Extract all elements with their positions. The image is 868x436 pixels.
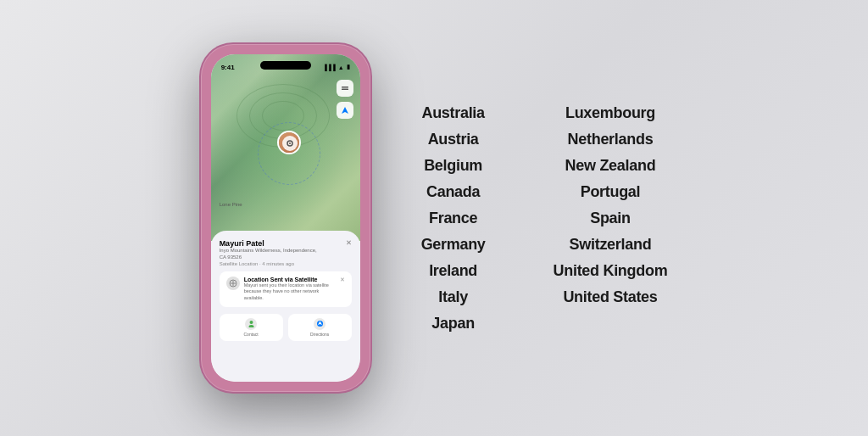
- bottom-actions: Contact Directions: [220, 314, 352, 341]
- list-item: United States: [554, 286, 668, 309]
- list-item: Canada: [421, 181, 486, 204]
- satellite-notification: Location Sent via Satellite Mayuri sent …: [220, 271, 352, 307]
- map-location-label: Lone Pine: [220, 202, 242, 207]
- info-card: Mayuri Patel Inyo Mountains Wilderness, …: [211, 231, 360, 382]
- countries-section: AustraliaAustriaBelgiumCanadaFranceGerma…: [421, 102, 668, 335]
- list-item: Luxembourg: [554, 102, 668, 125]
- svg-rect-0: [342, 87, 348, 88]
- directions-button[interactable]: Directions: [288, 314, 352, 341]
- list-item: United Kingdom: [554, 260, 668, 282]
- status-time: 9:41: [221, 64, 235, 71]
- list-item: Ireland: [421, 260, 486, 282]
- person-time: Satellite Location · 4 minutes ago: [220, 261, 317, 266]
- satellite-close-button[interactable]: ✕: [340, 277, 345, 283]
- countries-column-2: LuxembourgNetherlandsNew ZealandPortugal…: [554, 102, 668, 335]
- map-area: Lone Pine: [211, 54, 360, 241]
- person-location: Inyo Mountains Wilderness, Independence,…: [220, 248, 317, 261]
- svg-point-11: [248, 325, 253, 327]
- list-item: Germany: [421, 233, 486, 256]
- phone-screen: 9:41 ▐▐▐ ▲ ▮: [211, 54, 360, 382]
- person-name: Mayuri Patel: [220, 239, 317, 248]
- list-item: Portugal: [554, 181, 668, 204]
- battery-icon: ▮: [347, 64, 350, 70]
- list-item: Netherlands: [554, 128, 668, 151]
- svg-point-6: [289, 143, 291, 144]
- contact-button[interactable]: Contact: [220, 314, 283, 341]
- list-item: Australia: [421, 102, 486, 125]
- satellite-desc: Mayuri sent you their location via satel…: [244, 282, 336, 302]
- location-button[interactable]: [337, 102, 353, 119]
- close-button[interactable]: ✕: [346, 239, 352, 247]
- list-item: Switzerland: [554, 233, 668, 256]
- svg-point-10: [249, 321, 253, 324]
- list-item: Austria: [421, 128, 486, 151]
- list-item: New Zealand: [554, 154, 668, 177]
- list-item: France: [421, 207, 486, 230]
- svg-rect-1: [342, 89, 348, 91]
- dynamic-island: [260, 61, 311, 70]
- wifi-icon: ▲: [338, 64, 344, 70]
- status-icons: ▐▐▐ ▲ ▮: [323, 64, 350, 70]
- satellite-notification-icon: [226, 277, 240, 290]
- layers-button[interactable]: [337, 80, 353, 97]
- list-item: Spain: [554, 207, 668, 230]
- directions-label: Directions: [310, 332, 329, 337]
- contact-label: Contact: [244, 332, 259, 337]
- signal-icon: ▐▐▐: [323, 64, 336, 70]
- list-item: Italy: [421, 286, 486, 309]
- countries-column-1: AustraliaAustriaBelgiumCanadaFranceGerma…: [421, 102, 486, 335]
- phone-mockup: 9:41 ▐▐▐ ▲ ▮: [201, 44, 370, 392]
- directions-icon: [314, 318, 326, 330]
- satellite-indicator: [282, 136, 298, 151]
- contact-icon: [245, 318, 257, 330]
- list-item: Belgium: [421, 154, 486, 177]
- list-item: Japan: [421, 312, 486, 335]
- satellite-title: Location Sent via Satellite: [244, 277, 336, 282]
- svg-marker-2: [342, 107, 348, 114]
